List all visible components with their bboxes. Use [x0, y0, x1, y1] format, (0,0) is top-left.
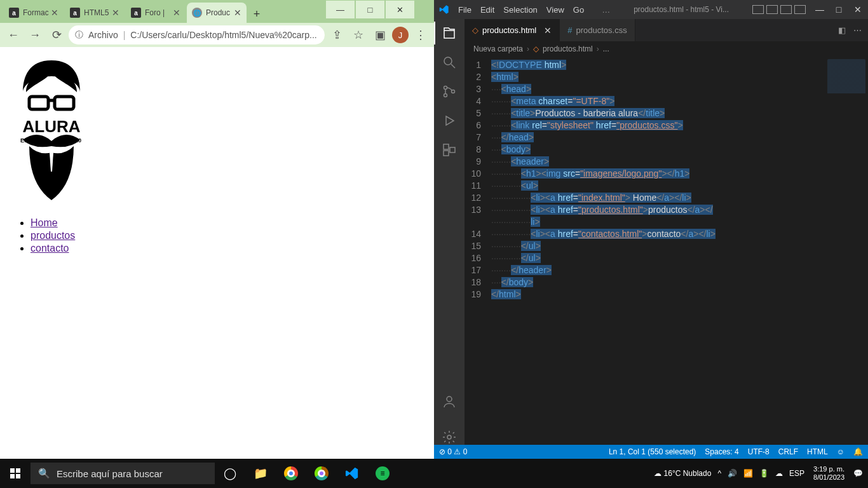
code-line[interactable]: 3····<head> — [465, 83, 868, 95]
nav-link[interactable]: productos — [31, 230, 75, 241]
tray-volume-icon[interactable]: 🔊 — [728, 469, 737, 478]
editor-tab[interactable]: ◇productos.html✕ — [465, 19, 560, 41]
back-button[interactable]: ← — [4, 25, 23, 44]
code-line[interactable]: 19</html> — [465, 288, 868, 301]
share-icon[interactable]: ⇪ — [327, 25, 346, 44]
line-content[interactable]: ················<li><a href="index.html"… — [491, 192, 868, 204]
close-icon[interactable]: ✕ — [234, 8, 241, 18]
breadcrumb-item[interactable]: ... — [603, 44, 609, 53]
code-line[interactable]: 6········<link rel="stylesheet" href="pr… — [465, 119, 868, 132]
search-icon[interactable] — [442, 55, 457, 70]
line-content[interactable]: ········<meta charset="=UTF-8"> — [491, 95, 868, 107]
weather-widget[interactable]: ☁ 16°C Nublado — [654, 469, 711, 478]
close-button[interactable]: ✕ — [853, 4, 863, 15]
maximize-button[interactable]: □ — [356, 1, 384, 18]
reload-button[interactable]: ⟳ — [47, 25, 66, 44]
line-content[interactable]: ····</body> — [491, 276, 868, 288]
code-line[interactable]: 13················<li><a href="productos… — [465, 204, 868, 216]
line-content[interactable]: </html> — [491, 288, 868, 301]
code-line[interactable]: ················li> — [465, 216, 868, 228]
code-line[interactable]: 11············<ul> — [465, 180, 868, 192]
line-content[interactable]: ········<title>Productos - barberia alur… — [491, 107, 868, 119]
line-content[interactable]: ················<li><a href="productos.h… — [491, 204, 868, 216]
status-bell-icon[interactable]: 🔔 — [853, 447, 863, 456]
status-problems[interactable]: ⊘ 0 ⚠ 0 — [439, 447, 467, 456]
status-eol[interactable]: CRLF — [778, 447, 798, 456]
line-content[interactable]: ····<head> — [491, 83, 868, 95]
account-icon[interactable] — [442, 394, 457, 409]
code-line[interactable]: 1<!DOCTYPE html> — [465, 59, 868, 71]
minimize-button[interactable]: — — [815, 4, 825, 15]
status-feedback-icon[interactable]: ☺ — [837, 447, 844, 456]
tray-network-icon[interactable]: 📶 — [743, 469, 753, 478]
breadcrumb-item[interactable]: productos.html — [543, 44, 593, 53]
explorer-icon[interactable] — [442, 25, 457, 41]
start-button[interactable] — [0, 459, 31, 488]
code-line[interactable]: 5········<title>Productos - barberia alu… — [465, 107, 868, 119]
line-content[interactable]: <html> — [491, 71, 868, 83]
nav-link[interactable]: Home — [31, 217, 58, 228]
status-spaces[interactable]: Spaces: 4 — [705, 447, 738, 456]
chrome-tab[interactable]: aFormac✕ — [4, 3, 64, 23]
vscode-menubar[interactable]: FileEditSelectionViewGo — [458, 5, 593, 15]
line-content[interactable]: <!DOCTYPE html> — [491, 59, 868, 71]
line-content[interactable]: ············<h1><img src="imagenes/logo.… — [491, 168, 868, 180]
status-lang[interactable]: HTML — [807, 447, 828, 456]
source-control-icon[interactable] — [442, 84, 457, 99]
code-line[interactable]: 15············</ul> — [465, 240, 868, 252]
code-line[interactable]: 12················<li><a href="index.htm… — [465, 192, 868, 204]
nav-link[interactable]: contacto — [31, 243, 69, 254]
profile-avatar[interactable]: J — [392, 27, 409, 43]
chrome-tab[interactable]: aHTML5✕ — [65, 3, 125, 23]
code-line[interactable]: 4········<meta charset="=UTF-8"> — [465, 95, 868, 107]
line-content[interactable]: ············</ul> — [491, 240, 868, 252]
close-icon[interactable]: ✕ — [173, 8, 180, 18]
menu-item[interactable]: Go — [573, 5, 584, 15]
taskbar-app-vscode[interactable] — [337, 459, 367, 488]
tray-onedrive-icon[interactable]: ☁ — [775, 469, 783, 478]
menu-more[interactable]: … — [602, 5, 610, 15]
minimize-button[interactable]: — — [326, 1, 355, 18]
code-line[interactable]: 18····</body> — [465, 276, 868, 288]
line-content[interactable]: ················<li><a href="contactos.h… — [491, 228, 868, 240]
minimap[interactable] — [827, 59, 865, 97]
code-line[interactable]: 17········</header> — [465, 264, 868, 276]
maximize-button[interactable]: □ — [834, 4, 844, 15]
code-line[interactable]: 8····<body> — [465, 144, 868, 156]
address-bar[interactable]: ⓘ Archivo | C:/Users/carlu/Desktop/html5… — [69, 25, 325, 44]
editor-tab[interactable]: #productos.css — [560, 19, 635, 41]
menu-item[interactable]: Edit — [480, 5, 494, 15]
extensions-icon[interactable] — [442, 142, 457, 158]
breadcrumb[interactable]: Nueva carpeta› ◇productos.html› ... — [465, 41, 868, 57]
close-button[interactable]: ✕ — [386, 1, 414, 18]
tray-lang[interactable]: ESP — [789, 469, 804, 478]
tray-chevron-icon[interactable]: ^ — [717, 469, 721, 478]
chrome-tab[interactable]: 🌐Produc✕ — [187, 3, 247, 23]
forward-button[interactable]: → — [25, 25, 44, 44]
star-icon[interactable]: ☆ — [349, 25, 368, 44]
taskbar-search[interactable]: 🔍 Escribe aquí para buscar — [31, 463, 215, 484]
menu-icon[interactable]: ⋮ — [411, 25, 430, 44]
menu-item[interactable]: Selection — [503, 5, 537, 15]
layout-icons[interactable] — [752, 5, 806, 14]
line-content[interactable]: ············<ul> — [491, 180, 868, 192]
line-content[interactable]: ····<body> — [491, 144, 868, 156]
code-line[interactable]: 2<html> — [465, 71, 868, 83]
code-line[interactable]: 16············</ul> — [465, 252, 868, 264]
line-content[interactable]: ············</ul> — [491, 252, 868, 264]
close-icon[interactable]: ✕ — [544, 25, 552, 36]
new-tab-button[interactable]: + — [248, 5, 266, 23]
menu-item[interactable]: View — [546, 5, 564, 15]
tray-notifications-icon[interactable]: 💬 — [853, 469, 863, 478]
taskbar-app-chrome[interactable] — [276, 459, 306, 488]
menu-item[interactable]: File — [458, 5, 471, 15]
taskbar-app-spotify[interactable]: ≡ — [367, 459, 398, 488]
taskbar-app-chrome-canary[interactable] — [306, 459, 337, 488]
debug-icon[interactable] — [442, 113, 457, 128]
line-content[interactable]: ····</head> — [491, 132, 868, 144]
line-content[interactable]: ········</header> — [491, 264, 868, 276]
chrome-tab[interactable]: aForo |✕ — [126, 3, 186, 23]
tray-clock[interactable]: 3:19 p. m. 8/01/2023 — [811, 465, 847, 482]
extension-icon[interactable]: ▣ — [370, 25, 390, 44]
line-content[interactable]: ················li> — [491, 216, 868, 228]
